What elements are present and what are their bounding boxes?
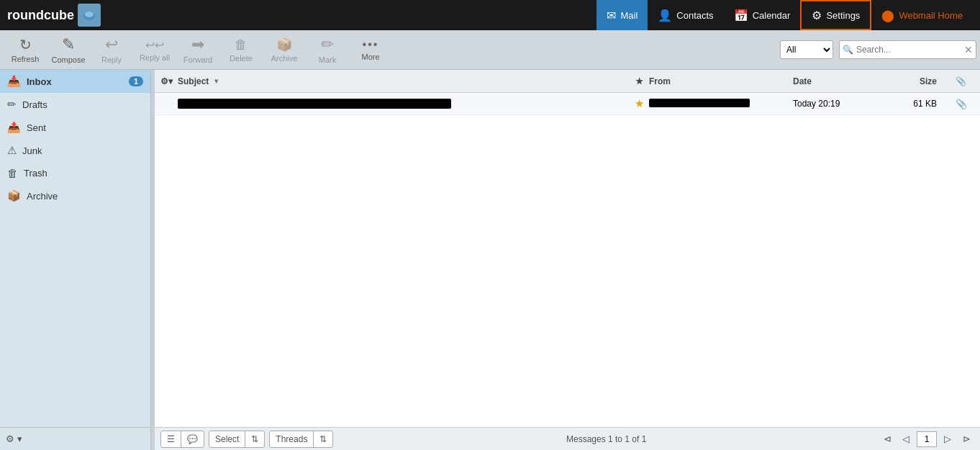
row-flag[interactable]: ★ — [629, 97, 649, 110]
mail-icon: ✉ — [607, 9, 616, 22]
view-toggle-group: ☰ 💬 — [160, 431, 204, 448]
row-attach: 📎 — [956, 99, 974, 109]
compose-button[interactable]: ✎ Compose — [47, 32, 90, 68]
reply-label: Reply — [101, 55, 122, 64]
drafts-label: Drafts — [22, 99, 47, 110]
search-box: 🔍 ✕ — [839, 40, 976, 59]
clear-search-button[interactable]: ✕ — [964, 44, 973, 55]
first-page-button[interactable]: ⊲ — [879, 431, 895, 447]
mark-button[interactable]: ✏ Mark — [306, 32, 349, 68]
header-attach: 📎 — [956, 76, 974, 86]
header-size[interactable]: Size — [886, 76, 937, 86]
webmail-icon: ⬤ — [881, 9, 894, 22]
pagination: ⊲ ◁ 1 ▷ ⊳ — [879, 431, 974, 447]
search-icon: 🔍 — [843, 45, 853, 55]
threads-label: Threads — [276, 434, 307, 444]
mark-label: Mark — [319, 55, 336, 64]
reply-all-button[interactable]: ↩↩ Reply all — [133, 32, 176, 68]
header-subject[interactable]: Subject ▾ — [175, 76, 629, 86]
trash-icon: 🗑 — [7, 167, 18, 179]
header-from[interactable]: From — [649, 76, 793, 86]
from-col-label: From — [649, 76, 671, 86]
archive-label: Archive — [271, 54, 298, 63]
messages-info: Messages 1 to 1 of 1 — [337, 434, 875, 444]
table-row[interactable]: ★ Today 20:19 61 KB 📎 — [155, 93, 980, 115]
sidebar-item-archive[interactable]: 📦 Archive — [0, 184, 150, 207]
threads-button[interactable]: Threads — [270, 431, 314, 448]
calendar-icon: 📅 — [734, 9, 748, 22]
nav-contacts[interactable]: 👤 Contacts — [648, 0, 723, 30]
threads-group: Threads ⇅ — [269, 431, 333, 448]
contacts-icon: 👤 — [658, 9, 672, 22]
sidebar-gear-icon: ⚙ — [6, 433, 14, 444]
junk-icon: ⚠ — [7, 144, 17, 157]
refresh-label: Refresh — [12, 55, 40, 63]
next-page-button[interactable]: ▷ — [940, 431, 956, 447]
row-subject — [175, 99, 629, 109]
delete-button[interactable]: 🗑 Delete — [219, 32, 263, 68]
forward-button[interactable]: ➡ Forward — [176, 32, 219, 68]
nav-mail-label: Mail — [620, 10, 638, 21]
thread-view-icon: 💬 — [187, 434, 198, 444]
inbox-label: Inbox — [27, 76, 52, 87]
compose-label: Compose — [51, 55, 85, 64]
select-arrow-button[interactable]: ⇅ — [245, 431, 264, 448]
flag-col-icon: ★ — [635, 76, 643, 86]
filter-select[interactable]: All Unread Flagged — [780, 40, 833, 59]
star-icon[interactable]: ★ — [635, 97, 644, 109]
subject-col-label: Subject — [178, 76, 209, 86]
column-options-icon[interactable]: ⚙▾ — [160, 76, 173, 86]
list-view-button[interactable]: ☰ — [161, 431, 181, 448]
row-date: Today 20:19 — [793, 99, 886, 109]
more-label: More — [361, 53, 379, 61]
settings-icon: ⚙ — [812, 9, 822, 22]
archive-button[interactable]: 📦 Archive — [263, 32, 306, 68]
header-flag[interactable]: ★ — [629, 76, 649, 86]
main-area: 📥 Inbox 1 ✏ Drafts 📤 Sent ⚠ Junk 🗑 Trash… — [0, 70, 980, 450]
thread-view-button[interactable]: 💬 — [181, 431, 204, 448]
prev-page-button[interactable]: ◁ — [898, 431, 914, 447]
sidebar-settings-button[interactable]: ⚙ ▾ — [6, 433, 145, 444]
threads-arrow-icon: ⇅ — [319, 434, 327, 444]
more-button[interactable]: ••• More — [349, 32, 392, 68]
subject-sort-icon: ▾ — [214, 77, 218, 85]
date-col-label: Date — [793, 76, 812, 86]
nav-mail[interactable]: ✉ Mail — [596, 0, 648, 30]
nav-settings-label: Settings — [826, 10, 860, 21]
threads-arrow-button[interactable]: ⇅ — [314, 431, 332, 448]
sidebar-item-drafts[interactable]: ✏ Drafts — [0, 93, 150, 116]
topbar: roundcube ✉ Mail 👤 Contacts 📅 Calendar ⚙… — [0, 0, 980, 30]
current-page[interactable]: 1 — [917, 431, 937, 447]
more-icon: ••• — [363, 38, 379, 51]
delete-label: Delete — [230, 54, 253, 63]
subject-redacted-text — [178, 99, 451, 109]
sidebar-item-inbox[interactable]: 📥 Inbox 1 — [0, 70, 150, 93]
header-date[interactable]: Date — [793, 76, 886, 86]
reply-all-label: Reply all — [140, 53, 170, 62]
select-arrow-icon: ⇅ — [251, 434, 258, 444]
archive-folder-icon: 📦 — [7, 189, 21, 202]
last-page-button[interactable]: ⊳ — [958, 431, 974, 447]
svg-point-1 — [85, 12, 94, 17]
nav-calendar[interactable]: 📅 Calendar — [724, 0, 801, 30]
sidebar-item-trash[interactable]: 🗑 Trash — [0, 162, 150, 184]
sidebar-item-junk[interactable]: ⚠ Junk — [0, 139, 150, 162]
delete-icon: 🗑 — [235, 37, 248, 53]
sent-icon: 📤 — [7, 121, 21, 134]
search-input[interactable] — [856, 45, 964, 55]
refresh-button[interactable]: ↻ Refresh — [4, 32, 47, 68]
select-label: Select — [215, 434, 239, 444]
trash-label: Trash — [24, 168, 47, 179]
junk-label: Junk — [22, 145, 42, 156]
sidebar-item-sent[interactable]: 📤 Sent — [0, 116, 150, 139]
nav-settings[interactable]: ⚙ Settings — [800, 0, 871, 30]
drafts-icon: ✏ — [7, 98, 17, 111]
archive-label: Archive — [27, 191, 58, 202]
forward-icon: ➡ — [191, 35, 204, 54]
row-check — [160, 99, 175, 109]
sidebar: 📥 Inbox 1 ✏ Drafts 📤 Sent ⚠ Junk 🗑 Trash… — [0, 70, 151, 450]
select-button[interactable]: Select — [209, 431, 245, 448]
nav-webmail[interactable]: ⬤ Webmail Home — [871, 0, 973, 30]
inbox-icon: 📥 — [7, 75, 21, 88]
reply-button[interactable]: ↩ Reply — [90, 32, 133, 68]
